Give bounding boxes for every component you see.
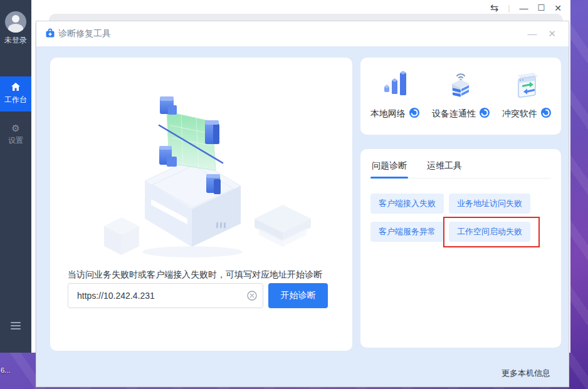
- sidebar-item-label: 工作台: [4, 95, 27, 104]
- check-item-conflicting-software[interactable]: 冲突软件: [502, 70, 551, 120]
- diagnosis-hint: 当访问业务失败时或客户端接入失败时，可填写对应地址开始诊断: [68, 269, 322, 281]
- loading-spinner-icon: [409, 108, 419, 120]
- dialog-title: 诊断修复工具: [58, 28, 111, 39]
- issue-button-client-access-failure[interactable]: 客户端接入失败: [370, 194, 444, 214]
- login-status-label: 未登录: [0, 35, 31, 46]
- issue-button-client-service-error[interactable]: 客户端服务异常: [370, 222, 444, 242]
- tab-problem-diagnosis[interactable]: 问题诊断: [370, 159, 408, 178]
- issue-card: 问题诊断 运维工具 客户端接入失败 业务地址访问失败 客户端服务异常 工作空间启…: [360, 149, 561, 348]
- avatar-shoulders-icon: [8, 24, 23, 33]
- server-wifi-icon: [446, 70, 475, 101]
- check-item-device-connectivity[interactable]: 设备连通性: [432, 70, 490, 120]
- check-label: 冲突软件: [502, 108, 537, 120]
- dialog-title-area: 诊断修复工具: [45, 28, 111, 40]
- switch-account-icon[interactable]: ⇆: [490, 2, 498, 14]
- window-controls: ⇆ | — ☐ ✕: [490, 2, 562, 14]
- gear-icon: ⚙: [0, 123, 31, 134]
- more-local-info-link[interactable]: 更多本机信息: [501, 368, 550, 379]
- sidebar-item-label: 设置: [8, 136, 23, 145]
- user-area[interactable]: 未登录: [0, 0, 31, 46]
- dialog-controls: — ✕: [527, 28, 560, 39]
- issue-tabs: 问题诊断 运维工具: [370, 159, 551, 179]
- check-label: 设备连通性: [432, 108, 476, 120]
- close-button[interactable]: ✕: [554, 2, 562, 14]
- avatar-head-icon: [12, 15, 19, 23]
- diagnostic-dialog: 诊断修复工具 — ✕: [36, 21, 569, 387]
- controls-divider: |: [508, 2, 510, 14]
- hamburger-menu-icon[interactable]: [11, 320, 21, 331]
- dialog-header: 诊断修复工具 — ✕: [36, 21, 569, 46]
- desktop-shortcut-label[interactable]: 6...: [1, 366, 10, 374]
- sidebar: 未登录 工作台 ⚙ 设置: [0, 0, 31, 353]
- diagnosis-input-card: 当访问业务失败时或客户端接入失败时，可填写对应地址开始诊断 开始诊断: [50, 58, 352, 351]
- dialog-close-button[interactable]: ✕: [548, 28, 556, 39]
- issue-button-workspace-start-failure[interactable]: 工作空间启动失败: [449, 222, 530, 242]
- start-diagnosis-button[interactable]: 开始诊断: [268, 283, 328, 308]
- issue-buttons-grid: 客户端接入失败 业务地址访问失败 客户端服务异常 工作空间启动失败: [370, 194, 551, 242]
- dialog-minimize-button[interactable]: —: [527, 28, 537, 39]
- loading-spinner-icon: [480, 108, 490, 120]
- minimize-button[interactable]: —: [520, 2, 528, 14]
- tab-ops-tools[interactable]: 运维工具: [426, 159, 463, 178]
- avatar: [5, 11, 26, 33]
- scan-illustration: [76, 64, 327, 258]
- dialog-body: 当访问业务失败时或客户端接入失败时，可填写对应地址开始诊断 开始诊断: [36, 46, 569, 386]
- window-swap-icon: [512, 70, 541, 101]
- issue-button-business-address-failure[interactable]: 业务地址访问失败: [449, 194, 530, 214]
- signal-bars-icon: [381, 70, 409, 101]
- address-input[interactable]: [68, 283, 263, 308]
- loading-spinner-icon: [541, 108, 551, 120]
- check-label: 本地网络: [370, 108, 406, 120]
- check-item-local-network[interactable]: 本地网络: [370, 70, 419, 120]
- maximize-button[interactable]: ☐: [538, 2, 545, 14]
- home-icon: [0, 82, 31, 93]
- address-input-row: 开始诊断: [68, 283, 328, 308]
- quick-check-card: 本地网络: [360, 58, 561, 135]
- sidebar-item-settings[interactable]: ⚙ 设置: [0, 120, 31, 152]
- sidebar-item-workbench[interactable]: 工作台: [0, 76, 31, 112]
- toolbox-icon: [45, 28, 55, 40]
- clear-input-icon[interactable]: [247, 291, 257, 301]
